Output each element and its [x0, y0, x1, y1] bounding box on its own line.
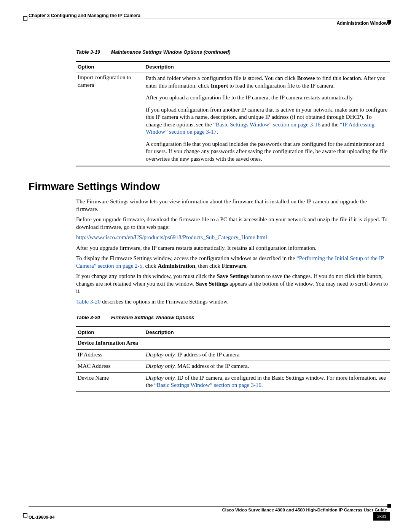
body-text: Table 3-20 describes the options in the … — [76, 298, 390, 306]
table-caption: Table 3-19 Maintenance Settings Window O… — [76, 49, 390, 55]
option-cell: IP Address — [76, 349, 144, 361]
option-cell: Device Name — [76, 372, 144, 392]
table-label: Table 3-19 — [76, 49, 110, 55]
col-description: Description — [144, 327, 390, 338]
description-cell: Display only. ID of the IP camera, as co… — [144, 372, 390, 392]
body-text: To display the Firmware Settings window,… — [76, 255, 390, 270]
header-chapter: Chapter 3 Configuring and Managing the I… — [29, 13, 390, 18]
page-number-badge: 3-31 — [373, 512, 390, 521]
table-caption: Table 3-20 Firmware Settings Window Opti… — [76, 315, 390, 320]
description-cell: Path and folder where a configuration fi… — [144, 72, 390, 166]
section-heading: Firmware Settings Window — [29, 181, 390, 193]
external-link[interactable]: http://www.cisco.com/en/US/products/ps69… — [76, 234, 267, 240]
footer-guide-title: Cisco Video Surveillance 4300 and 4500 H… — [29, 508, 390, 512]
decor-box — [23, 16, 27, 21]
xref-link[interactable]: “Basic Settings Window” section on page … — [213, 121, 320, 128]
description-cell: Display only. MAC address of the IP came… — [144, 361, 390, 373]
col-description: Description — [144, 61, 390, 72]
header-rule — [29, 19, 390, 19]
page-header: Chapter 3 Configuring and Managing the I… — [29, 13, 390, 34]
col-option: Option — [76, 327, 144, 338]
body-text: If you change any options in this window… — [76, 273, 390, 295]
option-cell: MAC Address — [76, 361, 144, 373]
body-text: Before you upgrade firmware, download th… — [76, 216, 390, 231]
option-cell: Import configuration to camera — [76, 72, 144, 166]
table-section-header: Device Information Area — [76, 338, 390, 350]
footer-doc-id: OL-19609-04 — [29, 515, 54, 519]
decor-box — [23, 513, 27, 518]
footer-rule — [29, 506, 390, 507]
xref-link[interactable]: “Basic Settings Window” section on page … — [154, 382, 261, 388]
decor-box — [387, 504, 391, 508]
col-option: Option — [76, 61, 144, 72]
maintenance-settings-table: Option Description Import configuration … — [76, 61, 390, 166]
table-title: Maintenance Settings Window Options (con… — [111, 49, 231, 55]
table-title: Firmware Settings Window Options — [111, 315, 194, 320]
body-text: After you upgrade firmware, the IP camer… — [76, 244, 390, 252]
body-text: The Firmware Settings window lets you vi… — [76, 198, 390, 213]
xref-link[interactable]: Table 3-20 — [76, 299, 100, 305]
description-cell: Display only. IP address of the IP camer… — [144, 349, 390, 361]
header-section: Administration Windows — [336, 21, 390, 26]
table-label: Table 3-20 — [76, 315, 110, 320]
firmware-settings-table: Option Description Device Information Ar… — [76, 326, 390, 392]
page-footer: Cisco Video Surveillance 4300 and 4500 H… — [29, 506, 390, 521]
